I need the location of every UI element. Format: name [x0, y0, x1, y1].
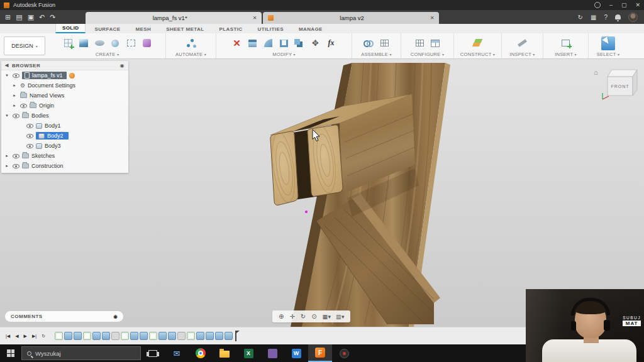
fillet-icon[interactable]	[261, 36, 276, 51]
timeline-feature-icon[interactable]	[196, 332, 204, 340]
app-grid-icon[interactable]: ⊞	[5, 13, 11, 21]
tree-row-named-views[interactable]: ▸ Named Views	[1, 90, 128, 101]
expander-icon[interactable]: ▸	[11, 93, 18, 98]
timeline-feature-icon[interactable]	[92, 332, 101, 340]
move-copy-icon[interactable]: ✥	[308, 36, 323, 51]
shell-icon[interactable]	[277, 36, 292, 51]
tree-row-bodies[interactable]: ▾ Bodies	[1, 111, 128, 121]
expander-icon[interactable]: ▸	[11, 83, 18, 88]
create-dropdown[interactable]: CREATE ▾	[53, 52, 162, 58]
taskbar-media-app-button[interactable]	[332, 344, 356, 362]
construct-dropdown[interactable]: CONSTRUCT ▾	[458, 52, 497, 58]
search-input[interactable]	[35, 350, 130, 357]
timeline-sketch-icon[interactable]	[121, 332, 129, 340]
automate-dropdown[interactable]: AUTOMATE ▾	[170, 52, 212, 58]
automate-icon[interactable]	[184, 36, 199, 51]
pan-icon[interactable]: ✛	[289, 313, 294, 320]
grid-settings-dropdown[interactable]: ▥ ▾	[336, 314, 344, 320]
config-table-icon[interactable]	[428, 36, 443, 51]
tab-utilities[interactable]: UTILITIES	[252, 25, 290, 33]
timeline-feature-icon[interactable]	[74, 332, 82, 340]
insert-icon[interactable]	[558, 36, 574, 51]
tab-surface[interactable]: SURFACE	[88, 25, 126, 33]
visibility-eye-icon[interactable]	[13, 114, 19, 118]
tree-row-origin[interactable]: ▸ Origin	[1, 101, 128, 111]
rigid-group-icon[interactable]	[377, 36, 392, 51]
expander-icon[interactable]: ▾	[4, 73, 10, 78]
new-component-icon[interactable]	[60, 36, 75, 51]
taskbar-mail-button[interactable]: ✉	[165, 344, 189, 362]
timeline-feature-icon[interactable]	[111, 332, 119, 340]
timeline-feature-icon[interactable]	[225, 332, 233, 340]
fit-view-icon[interactable]: ⊕	[279, 313, 284, 320]
assemble-dropdown[interactable]: ASSEMBLE ▾	[356, 52, 397, 58]
timeline-feature-icon[interactable]	[168, 332, 176, 340]
timeline-feature-icon[interactable]	[102, 332, 110, 340]
display-settings-dropdown[interactable]: ▦ ▾	[323, 314, 331, 320]
configure-dropdown[interactable]: CONFIGURE ▾	[405, 52, 450, 58]
form-icon[interactable]	[92, 36, 107, 51]
tree-row-root[interactable]: ▾ lampa_fs v1	[1, 70, 128, 80]
tree-row-sketches[interactable]: ▸ Sketches	[1, 151, 128, 161]
taskbar-explorer-button[interactable]	[213, 344, 236, 362]
change-parameters-fx-icon[interactable]: fx	[324, 36, 339, 51]
tree-row-body3[interactable]: Body3	[1, 141, 128, 151]
timeline-go-start-button[interactable]: |◀	[4, 332, 12, 340]
taskbar-word-button[interactable]: W	[284, 344, 308, 362]
tree-row-construction[interactable]: ▸ Construction	[1, 161, 128, 171]
viewcube-home-icon[interactable]: ⌂	[594, 69, 598, 76]
timeline-feature-icon[interactable]	[158, 332, 167, 340]
comments-bar[interactable]: COMMENTS ◉	[5, 311, 123, 322]
select-dropdown[interactable]: SELECT ▾	[592, 52, 624, 58]
expander-icon[interactable]: ▸	[4, 163, 10, 168]
timeline-sketch-icon[interactable]	[187, 332, 195, 340]
visibility-eye-icon[interactable]	[26, 144, 33, 148]
task-view-button[interactable]	[141, 344, 165, 362]
visibility-eye-icon[interactable]	[13, 154, 19, 158]
visibility-eye-icon[interactable]	[20, 104, 27, 108]
taskbar-excel-button[interactable]: X	[236, 344, 260, 362]
plastic-feature-icon[interactable]	[139, 36, 154, 51]
tab-manage[interactable]: MANAGE	[292, 25, 329, 33]
tab-sheet-metal[interactable]: SHEET METAL	[160, 25, 210, 33]
timeline-sketch-icon[interactable]	[83, 332, 91, 340]
sync-icon[interactable]: ↻	[578, 14, 583, 21]
taskbar-search[interactable]	[21, 346, 141, 360]
timeline-feature-icon[interactable]	[206, 332, 214, 340]
close-button[interactable]: ✕	[635, 2, 640, 8]
selection-point[interactable]	[304, 210, 308, 213]
visibility-eye-icon[interactable]	[13, 164, 19, 168]
taskbar-fusion-button-active[interactable]: F	[308, 344, 332, 362]
comments-expand-icon[interactable]: ◉	[113, 314, 118, 319]
look-at-icon[interactable]: ⊙	[311, 313, 316, 320]
redo-icon[interactable]: ↷	[50, 13, 55, 21]
browser-options-icon[interactable]: ◉	[120, 63, 125, 69]
save-icon[interactable]: ▣	[28, 13, 34, 21]
help-icon[interactable]: ?	[604, 14, 608, 21]
inspect-dropdown[interactable]: INSPECT ▾	[506, 52, 539, 58]
viewcube-front-label[interactable]: FRONT	[611, 84, 629, 89]
timeline-play-button[interactable]: ▶	[22, 332, 29, 340]
tab-mesh[interactable]: MESH	[129, 25, 157, 33]
minimize-button[interactable]: –	[609, 2, 613, 8]
cylinder-primitive-icon[interactable]	[108, 36, 123, 51]
unsaved-status-icon[interactable]	[69, 73, 75, 79]
timeline-feature-icon[interactable]	[130, 332, 138, 340]
select-cursor-icon[interactable]	[601, 36, 615, 50]
timeline-step-back-button[interactable]: ◀	[13, 332, 20, 340]
undo-icon[interactable]: ↶	[39, 13, 45, 21]
expander-icon[interactable]: ▾	[4, 113, 10, 118]
tree-row-document-settings[interactable]: ▸ ⚙ Document Settings	[1, 80, 128, 90]
expander-icon[interactable]: ▸	[11, 103, 18, 108]
box-primitive-icon[interactable]	[76, 36, 91, 51]
combine-icon[interactable]	[292, 36, 308, 51]
start-button[interactable]	[0, 344, 21, 362]
user-avatar[interactable]	[628, 13, 638, 22]
timeline-feature-icon[interactable]	[140, 332, 148, 340]
extensions-icon[interactable]: ▦	[591, 14, 596, 21]
visibility-eye-icon[interactable]	[13, 74, 19, 78]
workspace-design-button[interactable]: DESIGN ▾	[4, 36, 45, 55]
timeline-position-marker[interactable]	[235, 331, 236, 341]
visibility-eye-icon[interactable]	[26, 134, 33, 138]
browser-collapse-icon[interactable]: ◀	[5, 63, 9, 68]
